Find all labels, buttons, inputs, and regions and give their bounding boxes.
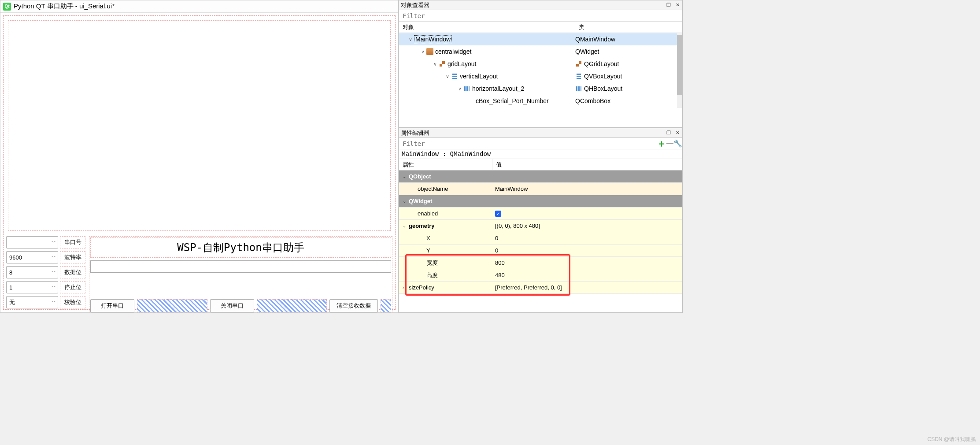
remove-property-icon[interactable]: — [666,140,673,148]
tree-row[interactable]: label_Serial_Port_NumberQLabel [399,107,682,108]
combo-波特率[interactable]: 9600﹀ [6,251,58,263]
property-value[interactable]: MainWindow [492,185,682,192]
hlay-icon [463,85,470,92]
expand-icon[interactable]: v [407,37,414,42]
qt-logo-icon: Qt [3,3,11,11]
clear-recv-button[interactable]: 清空接收数据 [329,299,378,312]
object-filter-input[interactable] [399,10,682,21]
close-icon[interactable]: ✕ [674,130,680,136]
combo-串口号[interactable]: ﹀ [6,236,58,248]
label-波特率[interactable]: 波特率 [60,251,85,263]
property-value[interactable]: [Preferred, Preferred, 0, 0] [492,284,682,291]
property-row[interactable]: Y0 [399,245,682,257]
label-停止位[interactable]: 停止位 [60,281,85,293]
vlay-icon [451,73,458,80]
property-name: geometry [409,222,435,229]
tree-row[interactable]: vgridLayoutQGridLayout [399,58,682,70]
combo-数据位[interactable]: 8﹀ [6,266,58,278]
restore-icon[interactable]: ❐ [666,2,672,8]
property-filter-input[interactable] [399,138,657,149]
label-串口号[interactable]: 串口号 [60,236,85,248]
property-editor-title: 属性编辑器 [401,129,429,137]
restore-icon[interactable]: ❐ [666,130,672,136]
object-name: gridLayout [447,60,476,67]
expand-icon[interactable]: › [403,285,409,290]
class-name: QVBoxLayout [584,73,622,80]
class-name: QHBoxLayout [584,85,622,92]
design-canvas[interactable]: ﹀串口号9600﹀波特率8﹀数据位1﹀停止位无﹀校验位 WSP-自制Python… [0,13,398,312]
spacer-icon [257,299,327,312]
label-校验位[interactable]: 校验位 [60,296,85,308]
object-name: horizontalLayout_2 [472,85,524,92]
object-inspector-title: 对象查看器 [401,1,429,9]
property-value[interactable]: 800 [492,260,682,266]
object-name: cBox_Serial_Port_Number [476,97,549,104]
property-row[interactable]: ⌄geometry[(0, 0), 800 x 480] [399,220,682,232]
tree-row[interactable]: cBox_Serial_Port_NumberQComboBox [399,95,682,107]
chevron-down-icon: ﹀ [52,269,56,275]
object-inspector-panel: 对象查看器 ❐ ✕ 对象 类 vMainWindowQMainWindowvce… [399,0,683,128]
expand-icon[interactable]: ⌄ [403,174,409,179]
grid-icon [575,60,582,67]
label-数据位[interactable]: 数据位 [60,266,85,278]
property-row[interactable]: X0 [399,232,682,245]
app-title-label[interactable]: WSP-自制Python串口助手 [90,237,391,258]
property-row[interactable]: 宽度800 [399,257,682,269]
property-value[interactable]: 0 [492,247,682,254]
object-name: centralwidget [435,48,472,55]
tree-row[interactable]: vMainWindowQMainWindow [399,33,682,45]
property-row[interactable]: ⌄QWidget [399,195,682,208]
spacer-icon [381,299,391,312]
property-value[interactable]: 480 [492,272,682,278]
class-name: QWidget [575,48,599,55]
property-context: MainWindow : QMainWindow [399,149,682,159]
expand-icon[interactable]: v [432,62,439,67]
property-name: 宽度 [426,259,438,267]
chevron-down-icon: ﹀ [52,299,56,305]
property-value[interactable]: ✓ [492,210,682,217]
grid-icon [439,60,446,67]
class-name: QComboBox [575,97,610,104]
close-port-button[interactable]: 关闭串口 [210,299,254,312]
class-name: QMainWindow [575,36,615,43]
combo-停止位[interactable]: 1﹀ [6,281,58,293]
expand-icon[interactable]: v [456,86,463,91]
close-icon[interactable]: ✕ [674,2,680,8]
tree-row[interactable]: vverticalLayoutQVBoxLayout [399,70,682,82]
property-value[interactable]: 0 [492,235,682,241]
form-mainwindow[interactable]: ﹀串口号9600﹀波特率8﹀数据位1﹀停止位无﹀校验位 WSP-自制Python… [3,15,396,310]
tree-row[interactable]: vhorizontalLayout_2QHBoxLayout [399,82,682,95]
send-lineedit[interactable] [90,260,391,273]
property-row[interactable]: 高度480 [399,269,682,282]
expand-icon[interactable]: v [444,74,451,79]
object-name: verticalLayout [460,73,498,80]
property-row[interactable]: ⌄QObject [399,171,682,183]
chevron-down-icon: ﹀ [52,239,56,245]
col-header-class[interactable]: 类 [575,22,682,33]
property-row[interactable]: enabled✓ [399,208,682,220]
open-port-button[interactable]: 打开串口 [90,299,134,312]
receive-textedit[interactable] [8,20,391,231]
add-property-icon[interactable]: ＋ [657,137,666,150]
property-name: X [426,235,430,241]
expand-icon[interactable]: v [419,49,426,54]
combo-校验位[interactable]: 无﹀ [6,296,58,308]
col-header-property[interactable]: 属性 [399,159,492,170]
chevron-down-icon: ﹀ [52,284,56,290]
property-row[interactable]: objectNameMainWindow [399,183,682,195]
checkbox-checked-icon[interactable]: ✓ [495,211,501,217]
spacer-icon [137,299,207,312]
expand-icon[interactable]: ⌄ [403,223,409,228]
widget-icon [426,48,433,55]
scrollbar[interactable] [677,33,682,108]
property-row[interactable]: ›sizePolicy[Preferred, Preferred, 0, 0] [399,282,682,294]
col-header-value[interactable]: 值 [492,159,682,170]
property-value[interactable]: [(0, 0), 800 x 480] [492,222,682,229]
tools-icon[interactable]: 🔧 [673,139,682,148]
window-title: Python QT 串口助手 - ui_Serial.ui* [14,2,115,11]
class-name: QGridLayout [584,60,619,67]
vlay-icon [575,73,582,80]
expand-icon[interactable]: ⌄ [403,199,409,204]
tree-row[interactable]: vcentralwidgetQWidget [399,45,682,58]
col-header-object[interactable]: 对象 [399,22,575,33]
